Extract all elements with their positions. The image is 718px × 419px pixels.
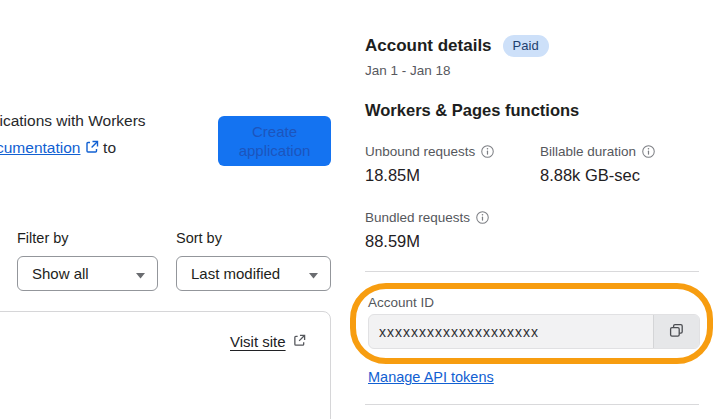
chevron-down-icon (136, 265, 145, 282)
sort-dropdown-value: Last modified (191, 265, 280, 282)
documentation-link[interactable]: cumentation (0, 139, 80, 156)
manage-api-tokens-link[interactable]: Manage API tokens (368, 369, 494, 385)
filter-dropdown-value: Show all (32, 265, 89, 282)
copy-icon (668, 322, 685, 342)
filter-by-label: Filter by (17, 230, 69, 246)
intro-line-1: lications with Workers (0, 107, 146, 134)
metric-label-bundled: Bundled requests (365, 210, 489, 225)
metric-label-text: Billable duration (540, 144, 636, 159)
paid-badge: Paid (503, 35, 549, 57)
account-id-label: Account ID (368, 295, 434, 310)
intro-line-2: cumentation to (0, 134, 146, 162)
chevron-down-icon (309, 265, 318, 282)
intro-line-2-rest: to (103, 139, 116, 156)
project-card (0, 311, 331, 419)
metric-label-unbound: Unbound requests (365, 144, 494, 159)
visit-site-link[interactable]: Visit site (230, 333, 306, 350)
section-title: Workers & Pages functions (365, 101, 579, 120)
info-icon[interactable] (642, 145, 655, 158)
filter-dropdown[interactable]: Show all (17, 256, 158, 291)
metric-label-billable: Billable duration (540, 144, 655, 159)
external-link-icon (293, 333, 306, 350)
visit-site-label: Visit site (230, 333, 286, 350)
account-id-input[interactable] (369, 315, 653, 348)
metric-label-text: Bundled requests (365, 210, 470, 225)
metric-value-billable: 8.88k GB-sec (540, 166, 640, 185)
sort-by-label: Sort by (176, 230, 222, 246)
date-range: Jan 1 - Jan 18 (365, 63, 451, 78)
info-icon[interactable] (481, 145, 494, 158)
divider (365, 404, 699, 405)
copy-button[interactable] (653, 315, 699, 348)
external-link-icon (85, 135, 99, 162)
metric-value-unbound: 18.85M (365, 166, 420, 185)
create-application-button[interactable]: Create application (218, 116, 331, 166)
divider (365, 271, 699, 272)
metric-label-text: Unbound requests (365, 144, 475, 159)
info-icon[interactable] (476, 211, 489, 224)
sort-dropdown[interactable]: Last modified (176, 256, 331, 291)
account-details-title: Account details (365, 36, 492, 56)
account-id-field-group (368, 314, 700, 349)
intro-text: lications with Workers cumentation to (0, 107, 146, 162)
metric-value-bundled: 88.59M (365, 232, 420, 251)
